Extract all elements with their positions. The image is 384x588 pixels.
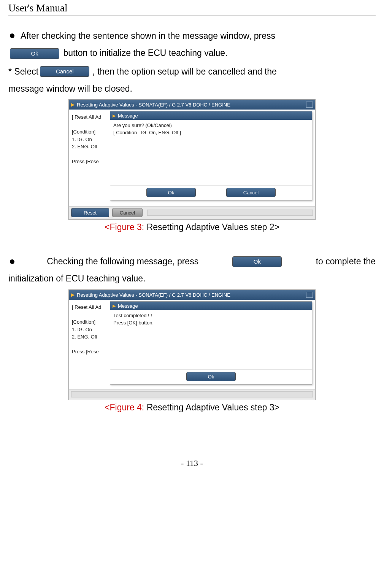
window-title: Resetting Adaptive Values - SONATA(EF) /… bbox=[77, 102, 230, 108]
para2-mid: , then the option setup will be cancelle… bbox=[92, 63, 376, 80]
para2-lead: * Select bbox=[8, 63, 38, 80]
window-control-icon[interactable] bbox=[306, 292, 313, 298]
figure-4-screenshot: ▶ Resetting Adaptive Values - SONATA(EF)… bbox=[68, 289, 316, 400]
footer-cancel-button[interactable]: Cancel bbox=[112, 208, 143, 217]
cancel-button[interactable]: Cancel bbox=[40, 66, 89, 77]
dialog-ok-button[interactable]: Ok bbox=[146, 188, 196, 197]
para1-tail: button to initialize the ECU teaching va… bbox=[63, 48, 227, 58]
paragraph-1: After checking the sentence shown in the… bbox=[8, 27, 376, 62]
window-titlebar: ▶ Resetting Adaptive Values - SONATA(EF)… bbox=[69, 290, 315, 300]
window-control-icon[interactable] bbox=[306, 102, 313, 108]
dialog-titlebar: ▶ Message bbox=[110, 111, 312, 120]
para2-tail: message window will be closed. bbox=[8, 80, 376, 97]
arrow-icon: ▶ bbox=[71, 102, 75, 107]
window-titlebar: ▶ Resetting Adaptive Values - SONATA(EF)… bbox=[69, 100, 315, 110]
header-rule bbox=[8, 15, 376, 16]
message-dialog: ▶ Message Test completed !!! Press [OK] … bbox=[110, 301, 312, 385]
para3-lead: Checking the following message, press bbox=[47, 253, 198, 270]
message-dialog: ▶ Message Are you sure? (Ok/Cancel) [ Co… bbox=[110, 111, 312, 200]
footer-spacer bbox=[71, 391, 313, 397]
arrow-icon: ▶ bbox=[71, 292, 75, 297]
ok-button[interactable]: Ok bbox=[232, 256, 282, 267]
dialog-cancel-button[interactable]: Cancel bbox=[226, 188, 276, 197]
figure-3-caption: <Figure 3: Resetting Adaptive Values ste… bbox=[8, 222, 376, 232]
bullet-icon bbox=[10, 33, 14, 38]
page-header: User's Manual bbox=[8, 0, 376, 15]
arrow-icon: ▶ bbox=[113, 113, 116, 118]
window-title: Resetting Adaptive Values - SONATA(EF) /… bbox=[77, 292, 230, 298]
dialog-content: Are you sure? (Ok/Cancel) [ Condition : … bbox=[110, 120, 312, 185]
dialog-ok-button[interactable]: Ok bbox=[186, 372, 236, 381]
dialog-title-text: Message bbox=[118, 303, 138, 309]
figure-4-caption-text: Resetting Adaptive Values step 3> bbox=[144, 402, 279, 412]
figure-3-tag: <Figure 3: bbox=[105, 222, 144, 232]
arrow-icon: ▶ bbox=[113, 304, 116, 308]
para1-lead: After checking the sentence shown in the… bbox=[21, 27, 376, 44]
para3-line2: initialization of ECU teaching value. bbox=[8, 270, 376, 287]
ok-button[interactable]: Ok bbox=[10, 48, 59, 59]
figure-3-screenshot: ▶ Resetting Adaptive Values - SONATA(EF)… bbox=[68, 99, 316, 220]
dialog-title-text: Message bbox=[118, 113, 138, 119]
dialog-titlebar: ▶ Message bbox=[110, 302, 312, 310]
paragraph-3: Checking the following message, press Ok… bbox=[8, 253, 376, 287]
dialog-content: Test completed !!! Press [OK] button. bbox=[110, 310, 312, 369]
figure-3-caption-text: Resetting Adaptive Values step 2> bbox=[144, 222, 279, 232]
window-footer bbox=[69, 389, 315, 400]
paragraph-2: * Select Cancel , then the option setup … bbox=[8, 63, 376, 97]
footer-spacer bbox=[147, 210, 313, 216]
footer-reset-button[interactable]: Reset bbox=[71, 208, 109, 217]
figure-4-caption: <Figure 4: Resetting Adaptive Values ste… bbox=[8, 402, 376, 413]
figure-4-tag: <Figure 4: bbox=[105, 402, 144, 412]
para3-tail: to complete the bbox=[316, 253, 376, 270]
bullet-icon bbox=[10, 259, 14, 264]
page-number: - 113 - bbox=[8, 458, 376, 468]
window-footer: Reset Cancel bbox=[69, 206, 315, 219]
